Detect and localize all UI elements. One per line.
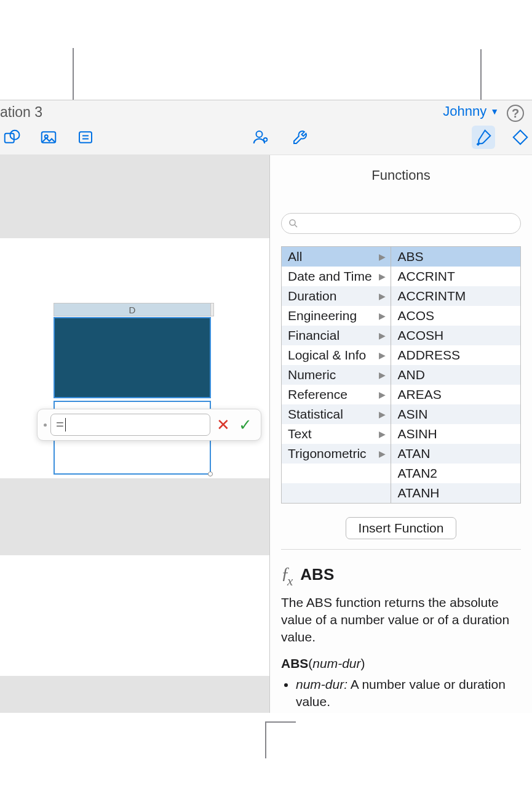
argument-name: num-dur: — [296, 677, 347, 691]
formula-editor-handle-icon[interactable] — [44, 424, 47, 427]
function-label: ATAN — [397, 446, 430, 461]
category-all[interactable]: All▶ — [282, 247, 391, 267]
function-acos[interactable]: ACOS — [391, 306, 520, 326]
chevron-right-icon: ▶ — [379, 350, 386, 360]
function-browser: All▶Date and Time▶Duration▶Engineering▶F… — [281, 246, 521, 504]
function-label: ACCRINT — [397, 269, 455, 284]
functions-sidebar: Functions All▶Date and Time▶Duration▶Eng… — [269, 155, 532, 713]
category-label: Duration — [288, 289, 336, 303]
category-trigonometric[interactable]: Trigonometric▶ — [282, 444, 391, 464]
category-logical-info[interactable]: Logical & Info▶ — [282, 345, 391, 365]
shape-icon — [2, 128, 21, 147]
category-label: Trigonometric — [288, 446, 367, 461]
chevron-right-icon: ▶ — [379, 311, 386, 321]
chevron-right-icon: ▶ — [379, 331, 386, 340]
chevron-right-icon: ▶ — [379, 409, 386, 419]
category-label: Reference — [288, 387, 347, 402]
collaborator-menu[interactable]: Johnny ▼ — [443, 103, 499, 119]
function-accrintm[interactable]: ACCRINTM — [391, 286, 520, 306]
collaborate-icon — [252, 128, 270, 147]
format-button[interactable] — [472, 126, 495, 149]
insert-function-button[interactable]: Insert Function — [346, 517, 457, 539]
chevron-right-icon: ▶ — [379, 370, 386, 380]
function-label: AND — [397, 367, 424, 382]
function-list: ABSACCRINTACCRINTMACOSACOSHADDRESSANDARE… — [391, 247, 520, 503]
animate-button[interactable] — [509, 126, 532, 149]
svg-point-5 — [256, 131, 263, 137]
function-areas[interactable]: AREAS — [391, 385, 520, 404]
table-header-cell[interactable] — [54, 317, 211, 398]
category-list: All▶Date and Time▶Duration▶Engineering▶F… — [282, 247, 391, 503]
table-area: D — [0, 303, 214, 472]
function-and[interactable]: AND — [391, 365, 520, 385]
callout-line-description-horiz — [265, 721, 296, 723]
toolbar — [0, 124, 532, 151]
divider — [281, 549, 521, 550]
cancel-formula-button[interactable]: ✕ — [214, 416, 232, 435]
function-label: ATANH — [397, 486, 439, 500]
function-label: ACOSH — [397, 328, 443, 343]
column-resize-handle[interactable] — [210, 303, 214, 316]
function-atan[interactable]: ATAN — [391, 444, 520, 464]
search-icon — [288, 218, 299, 229]
function-address[interactable]: ADDRESS — [391, 345, 520, 365]
category-financial[interactable]: Financial▶ — [282, 326, 391, 345]
category-numeric[interactable]: Numeric▶ — [282, 365, 391, 385]
function-label: ABS — [397, 249, 423, 264]
function-search-input[interactable] — [281, 213, 521, 234]
shape-button[interactable] — [0, 126, 23, 149]
category-empty — [282, 464, 391, 483]
category-date-and-time[interactable]: Date and Time▶ — [282, 267, 391, 286]
chevron-right-icon: ▶ — [379, 271, 386, 281]
function-label: ASIN — [397, 407, 427, 422]
text-cursor — [65, 418, 66, 432]
category-statistical[interactable]: Statistical▶ — [282, 404, 391, 424]
tools-button[interactable] — [288, 126, 312, 149]
argument-list: num-dur: A number value or duration valu… — [296, 676, 521, 711]
chevron-down-icon: ▼ — [490, 106, 499, 116]
signature-name: ABS — [281, 656, 308, 670]
canvas-pane: D = ✕ ✓ — [0, 155, 269, 713]
category-reference[interactable]: Reference▶ — [282, 385, 391, 404]
category-label: All — [288, 249, 302, 264]
chevron-right-icon: ▶ — [379, 252, 386, 262]
titlebar: ation 3 Johnny ▼ ? — [0, 100, 532, 155]
collaborate-button[interactable] — [249, 126, 272, 149]
function-accrint[interactable]: ACCRINT — [391, 267, 520, 286]
function-label: ATAN2 — [397, 466, 437, 481]
function-atan2[interactable]: ATAN2 — [391, 464, 520, 483]
function-label: ACCRINTM — [397, 289, 466, 303]
fx-icon: ƒx — [281, 563, 293, 587]
category-label: Statistical — [288, 407, 343, 422]
category-label: Financial — [288, 328, 339, 343]
function-label: ASINH — [397, 427, 437, 441]
formula-input[interactable]: = — [50, 414, 210, 436]
category-duration[interactable]: Duration▶ — [282, 286, 391, 306]
function-atanh[interactable]: ATANH — [391, 483, 520, 503]
function-acosh[interactable]: ACOSH — [391, 326, 520, 345]
cell-resize-handle[interactable] — [208, 472, 213, 476]
media-button[interactable] — [37, 126, 60, 149]
category-text[interactable]: Text▶ — [282, 424, 391, 444]
column-header-D[interactable]: D — [54, 303, 211, 316]
category-empty — [282, 483, 391, 503]
category-label: Numeric — [288, 367, 336, 382]
media-icon — [39, 128, 58, 147]
notes-button[interactable] — [74, 126, 97, 149]
function-signature: ABS(num-dur) — [281, 656, 521, 671]
function-asinh[interactable]: ASINH — [391, 424, 520, 444]
main-area: D = ✕ ✓ Functions — [0, 155, 532, 713]
accept-formula-button[interactable]: ✓ — [236, 416, 255, 435]
chevron-right-icon: ▶ — [379, 429, 386, 439]
slide-background-bottom — [0, 676, 269, 713]
category-engineering[interactable]: Engineering▶ — [282, 306, 391, 326]
formula-prefix: = — [56, 417, 64, 433]
function-label: ADDRESS — [397, 348, 460, 363]
function-abs[interactable]: ABS — [391, 247, 520, 267]
function-detail-header: ƒx ABS — [281, 563, 532, 587]
collaborator-name: Johnny — [443, 103, 486, 119]
function-asin[interactable]: ASIN — [391, 404, 520, 424]
slide-background-mid — [0, 478, 269, 555]
signature-arg: num-dur — [312, 656, 360, 670]
help-button[interactable]: ? — [507, 105, 524, 122]
